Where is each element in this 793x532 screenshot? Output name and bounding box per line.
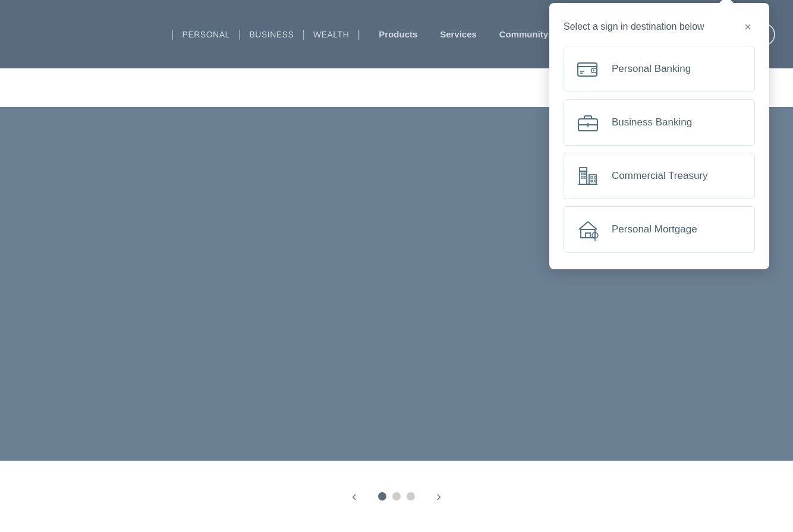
signin-option-personal-mortgage[interactable]: Personal Mortgage <box>564 206 755 253</box>
personal-mortgage-icon <box>574 215 602 244</box>
signin-option-business-banking[interactable]: Business Banking <box>564 99 755 146</box>
svg-rect-0 <box>578 63 597 76</box>
dropdown-title: Select a sign in destination below <box>564 21 704 32</box>
signin-dropdown: Select a sign in destination below × Per… <box>549 3 769 269</box>
close-dropdown-button[interactable]: × <box>741 20 755 34</box>
dropdown-header: Select a sign in destination below × <box>564 20 755 34</box>
nav-services[interactable]: Services <box>434 27 483 42</box>
svg-rect-16 <box>591 177 593 178</box>
personal-banking-icon <box>574 55 602 83</box>
business-banking-icon <box>574 108 602 137</box>
personal-banking-label: Personal Banking <box>612 63 691 75</box>
svg-rect-13 <box>584 173 586 175</box>
svg-rect-17 <box>594 177 596 178</box>
svg-rect-9 <box>589 175 596 184</box>
separator-1: | <box>171 28 174 40</box>
nav-personal[interactable]: PERSONAL <box>179 27 234 42</box>
separator-4: | <box>357 28 360 40</box>
svg-rect-18 <box>591 180 593 182</box>
commercial-treasury-icon <box>574 162 602 190</box>
svg-point-2 <box>593 70 594 71</box>
nav-wealth[interactable]: WEALTH <box>310 27 353 42</box>
signin-option-commercial-treasury[interactable]: Commercial Treasury <box>564 153 755 199</box>
carousel-controls: ‹ › <box>0 461 793 532</box>
left-white-panel <box>0 68 322 107</box>
carousel-next[interactable]: › <box>427 483 451 509</box>
business-banking-label: Business Banking <box>612 117 692 128</box>
svg-rect-10 <box>580 168 587 171</box>
svg-rect-12 <box>581 173 583 175</box>
nav-community[interactable]: Community <box>493 27 555 42</box>
commercial-treasury-label: Commercial Treasury <box>612 170 708 182</box>
carousel-prev[interactable]: ‹ <box>342 483 366 509</box>
carousel-dot-3[interactable] <box>407 492 415 500</box>
carousel-dot-1[interactable] <box>378 492 386 500</box>
svg-rect-14 <box>581 177 583 178</box>
carousel-dots <box>378 492 415 500</box>
hero-image-left <box>0 107 431 499</box>
nav-business[interactable]: BUSINESS <box>246 27 297 42</box>
nav-products[interactable]: Products <box>373 27 423 42</box>
signin-option-personal-banking[interactable]: Personal Banking <box>564 46 755 92</box>
carousel-dot-2[interactable] <box>392 492 401 500</box>
separator-2: | <box>238 28 241 40</box>
personal-mortgage-label: Personal Mortgage <box>612 223 697 235</box>
svg-rect-19 <box>594 180 596 182</box>
svg-rect-15 <box>584 177 586 178</box>
separator-3: | <box>302 28 305 40</box>
svg-rect-21 <box>586 233 590 238</box>
